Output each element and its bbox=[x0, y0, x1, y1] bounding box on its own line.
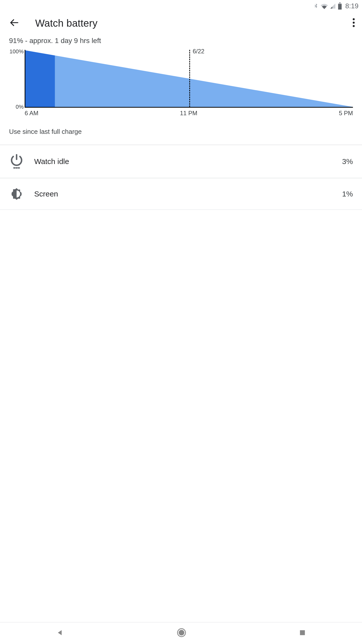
chart-plot-area: 6/22 bbox=[25, 50, 353, 108]
svg-point-6 bbox=[353, 25, 355, 27]
svg-rect-0 bbox=[339, 3, 341, 3]
x-label-middle: 11 PM bbox=[38, 110, 339, 117]
back-icon[interactable] bbox=[9, 18, 19, 29]
cell-signal-icon bbox=[330, 3, 336, 9]
content-spacer bbox=[0, 210, 362, 622]
battery-icon bbox=[338, 3, 342, 10]
usage-percent: 1% bbox=[342, 190, 353, 198]
bluetooth-icon bbox=[313, 3, 319, 10]
status-clock: 8:19 bbox=[345, 2, 358, 10]
system-nav-bar bbox=[0, 622, 362, 644]
battery-chart: 100% 0% 6/22 6 AM 11 PM 5 PM bbox=[9, 50, 353, 117]
power-idle-icon bbox=[9, 154, 24, 169]
svg-point-4 bbox=[353, 18, 355, 20]
status-bar: 8:19 bbox=[0, 0, 362, 12]
wifi-icon bbox=[321, 3, 328, 9]
nav-recent-icon[interactable] bbox=[297, 627, 308, 639]
usage-row-screen[interactable]: Screen 1% bbox=[0, 178, 362, 210]
app-bar: Watch battery bbox=[0, 12, 362, 37]
usage-section-header: Use since last full charge bbox=[0, 117, 362, 145]
usage-label: Watch idle bbox=[34, 157, 332, 166]
page-title: Watch battery bbox=[35, 18, 351, 29]
svg-rect-2 bbox=[338, 4, 342, 10]
x-label-start: 6 AM bbox=[25, 110, 38, 117]
chart-divider-line bbox=[189, 50, 190, 107]
nav-home-icon[interactable] bbox=[174, 625, 189, 641]
brightness-icon bbox=[9, 187, 24, 201]
svg-marker-8 bbox=[25, 50, 55, 107]
nav-back-icon[interactable] bbox=[54, 626, 66, 640]
usage-label: Screen bbox=[34, 190, 332, 198]
x-label-end: 5 PM bbox=[339, 110, 353, 117]
battery-summary: 91% - approx. 1 day 9 hrs left bbox=[0, 37, 362, 50]
x-axis-labels: 6 AM 11 PM 5 PM bbox=[25, 108, 353, 117]
svg-point-5 bbox=[353, 22, 355, 24]
y-axis-label-top: 100% bbox=[10, 48, 24, 55]
usage-percent: 3% bbox=[342, 157, 353, 166]
usage-row-watch-idle[interactable]: Watch idle 3% bbox=[0, 145, 362, 178]
y-axis-label-bot: 0% bbox=[16, 104, 24, 110]
svg-point-13 bbox=[179, 630, 184, 635]
svg-rect-14 bbox=[300, 630, 305, 635]
more-options-icon[interactable] bbox=[351, 17, 356, 30]
chart-divider-date: 6/22 bbox=[193, 48, 205, 55]
